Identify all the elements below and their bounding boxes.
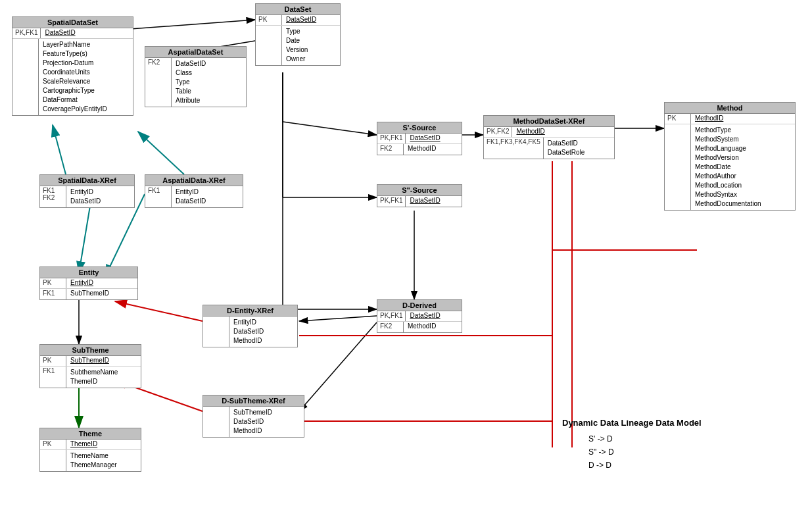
- aspatial-xref-fields: EntityIDDataSetID: [172, 186, 210, 207]
- entity-pk-field: EntityID: [66, 278, 97, 288]
- theme-pk-key: PK: [40, 440, 66, 449]
- subtheme-pk-field: SubThemeID: [66, 356, 113, 366]
- subtheme-header: SubTheme: [40, 345, 141, 356]
- d-entity-xref-fields: EntityIDDataSetIDMethodID: [229, 317, 268, 347]
- spatial-xref-fields: EntityIDDataSetID: [66, 186, 105, 207]
- svg-line-25: [299, 322, 377, 411]
- legend-line3: D -> D: [588, 461, 611, 470]
- entity-header: Entity: [40, 267, 137, 278]
- legend-title: Dynamic Data Lineage Data Model: [562, 418, 702, 428]
- subtheme-pk-key: PK: [40, 356, 66, 366]
- entity-spatial-dataset: SpatialDataSet PK,FK1 DataSetID LayerPat…: [12, 16, 133, 116]
- d-derived-pk-field: DataSetID: [406, 311, 444, 321]
- aspatial-attributes: DataSetIDClassTypeTableAttribute: [172, 58, 210, 107]
- dataset-pk-field: DataSetID: [282, 15, 320, 25]
- method-dataset-xref-header: MethodDataSet-XRef: [484, 116, 614, 127]
- theme-pk-field: ThemeID: [66, 440, 101, 449]
- method-dataset-pk-field: MethodID: [512, 127, 548, 137]
- dataset-pk-key: PK: [256, 15, 282, 25]
- entity-pk-key: PK: [40, 278, 66, 288]
- theme-attr-key: [40, 450, 66, 471]
- method-dataset-pk-key: PK,FK2: [484, 127, 512, 137]
- s-double-pk-field: DataSetID: [406, 196, 444, 207]
- s-double-header: S"-Source: [377, 185, 462, 196]
- entity-aspatial-dataset: AspatialDataSet FK2 DataSetIDClassTypeTa…: [145, 46, 247, 107]
- entity-subtheme: SubTheme PK SubThemeID FK1 SubthemeNameT…: [39, 344, 141, 388]
- entity-aspatial-xref: AspatialData-XRef FK1 EntityIDDataSetID: [145, 174, 243, 208]
- subtheme-fk1-fields: SubthemeNameThemeID: [66, 367, 122, 388]
- entity-fk1-key: FK1: [40, 289, 66, 299]
- s-prime-fk2-field: MethodID: [404, 144, 440, 155]
- method-pk-key: PK: [665, 114, 691, 124]
- method-attributes: MethodTypeMethodSystemMethodLanguageMeth…: [691, 124, 765, 210]
- d-derived-fk2-field: MethodID: [404, 322, 440, 332]
- method-dataset-fk-key: FK1,FK3,FK4,FK5: [484, 138, 544, 159]
- diagram-container: DataSet PK DataSetID TypeDateVersionOwne…: [0, 0, 812, 508]
- subtheme-fk1-key: FK1: [40, 367, 66, 388]
- entity-method: Method PK MethodID MethodTypeMethodSyste…: [664, 102, 796, 211]
- entity-dataset-header: DataSet: [256, 4, 340, 15]
- aspatial-xref-key: FK1: [145, 186, 172, 207]
- aspatial-dataset-header: AspatialDataSet: [145, 47, 246, 58]
- d-derived-header: D-Derived: [377, 300, 462, 311]
- aspatial-xref-header: AspatialData-XRef: [145, 175, 243, 186]
- svg-line-15: [138, 132, 184, 174]
- legend-line2: S" -> D: [588, 447, 614, 457]
- dataset-attr-key: [256, 26, 282, 65]
- method-dataset-fk-fields: DataSetIDDataSetRole: [544, 138, 589, 159]
- entity-s-prime-source: S'-Source PK,FK1 DataSetID FK2 MethodID: [377, 122, 462, 155]
- d-subtheme-xref-key: [203, 407, 229, 437]
- entity-theme: Theme PK ThemeID ThemeNameThemeManager: [39, 428, 141, 472]
- d-entity-xref-key: [203, 317, 229, 347]
- d-subtheme-xref-fields: SubThemeIDDataSetIDMethodID: [229, 407, 276, 437]
- d-subtheme-xref-header: D-SubTheme-XRef: [203, 395, 304, 407]
- svg-line-14: [53, 125, 66, 174]
- legend-line1: S' -> D: [588, 434, 613, 444]
- s-prime-pk-field: DataSetID: [406, 134, 444, 143]
- method-header: Method: [665, 103, 795, 114]
- spatial-attr-key: [12, 39, 39, 115]
- s-prime-header: S'-Source: [377, 122, 462, 134]
- entity-method-dataset-xref: MethodDataSet-XRef PK,FK2 MethodID FK1,F…: [483, 115, 615, 159]
- entity-dataset: DataSet PK DataSetID TypeDateVersionOwne…: [255, 3, 341, 66]
- svg-line-5: [122, 20, 255, 30]
- method-attr-key: [665, 124, 691, 210]
- s-double-pk-key: PK,FK1: [377, 196, 406, 207]
- d-derived-pk-key: PK,FK1: [377, 311, 406, 321]
- theme-header: Theme: [40, 428, 141, 440]
- spatial-dataset-header: SpatialDataSet: [12, 17, 133, 28]
- dataset-attributes: TypeDateVersionOwner: [282, 26, 312, 65]
- entity-entity: Entity PK EntityID FK1 SubThemeID: [39, 267, 138, 300]
- method-pk-field: MethodID: [691, 114, 727, 124]
- spatial-pk-field: DataSetID: [41, 28, 79, 38]
- d-derived-fk2-key: FK2: [377, 322, 404, 332]
- svg-line-17: [115, 301, 203, 321]
- spatial-pk-key: PK,FK1: [12, 28, 41, 38]
- s-prime-pk-key: PK,FK1: [377, 134, 406, 143]
- entity-s-double-source: S"-Source PK,FK1 DataSetID: [377, 184, 462, 207]
- s-prime-fk2-key: FK2: [377, 144, 404, 155]
- d-entity-xref-header: D-Entity-XRef: [203, 305, 297, 317]
- entity-d-entity-xref: D-Entity-XRef EntityIDDataSetIDMethodID: [203, 305, 298, 347]
- theme-attributes: ThemeNameThemeManager: [66, 450, 121, 471]
- spatial-xref-header: SpatialData-XRef: [40, 175, 134, 186]
- spatial-attributes: LayerPathNameFeatureType(s)Projection-Da…: [39, 39, 111, 115]
- spatial-xref-key: FK1FK2: [40, 186, 66, 207]
- entity-d-subtheme-xref: D-SubTheme-XRef SubThemeIDDataSetIDMetho…: [203, 395, 304, 438]
- svg-line-8: [283, 122, 377, 135]
- entity-fk1-field: SubThemeID: [66, 289, 113, 299]
- aspatial-fk2-key: FK2: [145, 58, 172, 107]
- svg-line-24: [299, 316, 377, 321]
- entity-spatial-xref: SpatialData-XRef FK1FK2 EntityIDDataSetI…: [39, 174, 135, 208]
- entity-d-derived: D-Derived PK,FK1 DataSetID FK2 MethodID: [377, 299, 462, 333]
